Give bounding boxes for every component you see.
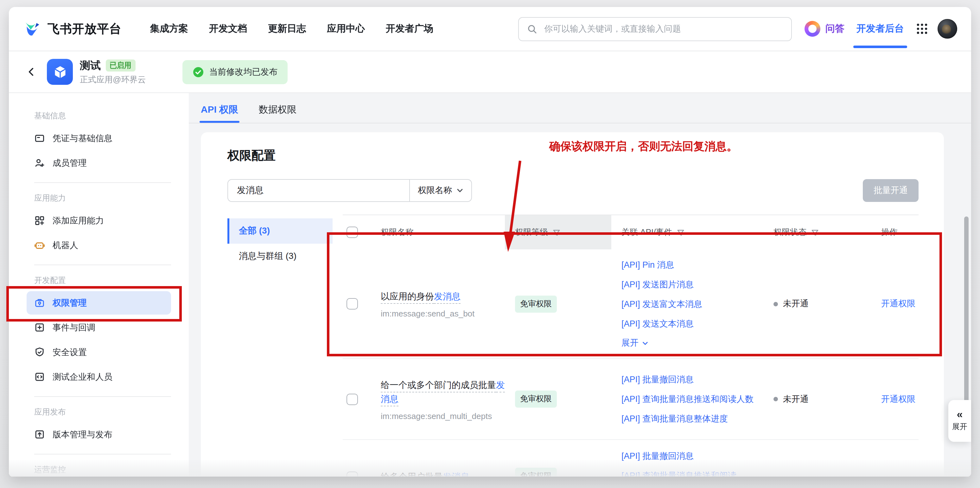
api-link[interactable]: [API] 查询批量消息推送和阅读人数 xyxy=(622,393,764,406)
permission-name[interactable]: 给多个用户批量发消息 xyxy=(381,470,505,477)
col-header-action: 操作 xyxy=(871,215,918,249)
bulk-enable-button[interactable]: 批量开通 xyxy=(863,179,918,202)
enabled-badge: 已启用 xyxy=(106,60,135,71)
permission-tabs: API 权限 数据权限 xyxy=(189,93,971,124)
sidebar-item-credentials[interactable]: 凭证与基础信息 xyxy=(27,127,171,150)
content-row: 全部 (3) 消息与群组 (3) 权限名称 权限等 xyxy=(228,215,918,477)
api-link[interactable]: [API] 查询批量消息整体进度 xyxy=(622,412,764,425)
status-text: 未开通 xyxy=(783,393,809,405)
back-button[interactable] xyxy=(23,63,39,80)
sidebar-item-add-capability[interactable]: 添加应用能力 xyxy=(27,209,171,232)
table-header: 权限名称 权限等级 关联 API/事件 xyxy=(343,215,918,249)
credential-card-icon xyxy=(34,133,45,144)
permission-name-link[interactable]: 发消息 xyxy=(443,472,469,477)
feishu-logo[interactable]: 飞书开放平台 xyxy=(23,19,122,38)
nav-item-docs[interactable]: 开发文档 xyxy=(209,23,247,35)
permission-search-input[interactable] xyxy=(228,180,409,201)
row-checkbox[interactable] xyxy=(347,472,358,477)
permission-code: im:message:send_as_bot xyxy=(381,309,505,318)
api-link[interactable]: [API] 查询批量消息推送和阅读 xyxy=(622,470,764,477)
sidebar-divider xyxy=(34,265,171,265)
shield-check-icon xyxy=(34,347,45,358)
app-grid-icon[interactable] xyxy=(916,23,928,35)
chevron-down-icon xyxy=(456,187,463,194)
nav-item-dev-plaza[interactable]: 开发者广场 xyxy=(386,23,433,35)
nav-search-input[interactable] xyxy=(543,24,783,34)
api-link[interactable]: [API] 批量撤回消息 xyxy=(622,450,764,463)
app-meta: 测试 已启用 正式应用@环界云 xyxy=(80,59,146,85)
nav-right-cluster: 问答 开发者后台 xyxy=(805,19,957,39)
expand-api-list[interactable]: 展开 xyxy=(622,337,764,349)
filter-funnel-icon[interactable] xyxy=(676,228,685,236)
filter-field-label: 权限名称 xyxy=(418,185,452,196)
nav-menu: 集成方案 开发文档 更新日志 应用中心 开发者广场 xyxy=(150,23,433,35)
sidebar-item-bot[interactable]: 机器人 xyxy=(27,234,171,257)
nav-item-developer-console[interactable]: 开发者后台 xyxy=(856,23,904,35)
row-checkbox[interactable] xyxy=(347,298,358,309)
api-link[interactable]: [API] Pin 消息 xyxy=(622,259,764,271)
sidebar-section-monitoring: 运营监控 xyxy=(34,464,189,475)
category-list: 全部 (3) 消息与群组 (3) xyxy=(228,215,332,477)
event-callback-icon xyxy=(34,322,45,333)
table-row: 以应用的身份发消息 im:message:send_as_bot 免审权限 [A… xyxy=(343,249,918,359)
nav-item-qa[interactable]: 问答 xyxy=(826,23,845,35)
permission-briefcase-icon xyxy=(34,298,45,308)
sidebar-item-label: 事件与回调 xyxy=(52,322,95,333)
filter-funnel-icon[interactable] xyxy=(811,228,819,236)
sidebar-item-label: 添加应用能力 xyxy=(52,215,104,226)
sidebar-divider xyxy=(34,182,171,183)
nav-item-solutions[interactable]: 集成方案 xyxy=(150,23,188,35)
sidebar-item-events[interactable]: 事件与回调 xyxy=(27,316,171,339)
nav-item-changelog[interactable]: 更新日志 xyxy=(268,23,306,35)
table-row: 给多个用户批量发消息 免审权限 [API] 批量撤回消息 [API] 查询批量消… xyxy=(343,440,918,477)
member-add-icon xyxy=(34,158,45,168)
nav-item-app-center[interactable]: 应用中心 xyxy=(327,23,365,35)
sidebar-item-members[interactable]: 成员管理 xyxy=(27,151,171,175)
col-header-level: 权限等级 xyxy=(505,215,611,249)
api-list: [API] Pin 消息 [API] 发送图片消息 [API] 发送富文本消息 … xyxy=(611,249,764,358)
enable-permission-link[interactable]: 开通权限 xyxy=(881,298,915,309)
category-messages-groups[interactable]: 消息与群组 (3) xyxy=(228,244,332,269)
page: 飞书开放平台 集成方案 开发文档 更新日志 应用中心 开发者广场 问答 开发者后… xyxy=(0,0,980,488)
filter-funnel-icon[interactable] xyxy=(552,228,561,236)
sidebar-item-version-release[interactable]: 版本管理与发布 xyxy=(27,423,171,446)
sidebar-item-test-org[interactable]: 测试企业和人员 xyxy=(27,365,171,389)
app-icon xyxy=(47,59,73,85)
sidebar-item-label: 权限管理 xyxy=(52,297,87,309)
upload-icon xyxy=(34,429,45,440)
sidebar-divider xyxy=(34,454,171,455)
row-checkbox[interactable] xyxy=(347,393,358,405)
permission-name[interactable]: 给一个或多个部门的成员批量发消息 xyxy=(381,377,505,406)
tab-api-permissions[interactable]: API 权限 xyxy=(201,104,238,123)
app-subtitle: 正式应用@环界云 xyxy=(80,74,146,85)
app-header: 测试 已启用 正式应用@环界云 当前修改均已发布 xyxy=(9,51,971,93)
enable-permission-link[interactable]: 开通权限 xyxy=(881,393,915,405)
permission-name-link[interactable]: 发消息 xyxy=(434,291,461,301)
select-all-checkbox[interactable] xyxy=(347,227,358,238)
filter-field-select[interactable]: 权限名称 xyxy=(409,180,471,201)
permission-name[interactable]: 以应用的身份发消息 xyxy=(381,289,505,303)
sidebar-item-security[interactable]: 安全设置 xyxy=(27,341,171,364)
nav-search-box[interactable] xyxy=(518,17,792,41)
sidebar-divider xyxy=(34,396,171,397)
sidebar-item-permissions[interactable]: 权限管理 xyxy=(27,291,171,315)
api-link[interactable]: [API] 发送文本消息 xyxy=(622,318,764,330)
sidebar-item-label: 安全设置 xyxy=(52,347,87,358)
annotation-note: 确保该权限开启，否则无法回复消息。 xyxy=(549,139,738,154)
user-avatar[interactable] xyxy=(937,19,957,39)
grid-plus-icon xyxy=(34,215,45,226)
permission-name-cell: 以应用的身份发消息 im:message:send_as_bot xyxy=(371,249,505,358)
permission-config-card: 权限配置 权限名称 批量开通 全部 (3) xyxy=(201,132,944,477)
expand-drawer-button[interactable]: « 展开 xyxy=(948,400,971,442)
permission-search-group: 权限名称 xyxy=(228,179,472,202)
ai-assistant-icon[interactable] xyxy=(805,21,820,37)
api-link[interactable]: [API] 发送富文本消息 xyxy=(622,298,764,311)
category-all[interactable]: 全部 (3) xyxy=(228,219,332,244)
api-link[interactable]: [API] 批量撤回消息 xyxy=(622,373,764,386)
sidebar-item-label: 版本管理与发布 xyxy=(52,429,113,440)
sidebar-item-label: 测试企业和人员 xyxy=(52,371,113,383)
vertical-scrollbar-thumb[interactable] xyxy=(964,217,969,417)
api-link[interactable]: [API] 发送图片消息 xyxy=(622,279,764,291)
publish-status-pill: 当前修改均已发布 xyxy=(183,60,288,84)
tab-data-permissions[interactable]: 数据权限 xyxy=(258,104,296,123)
